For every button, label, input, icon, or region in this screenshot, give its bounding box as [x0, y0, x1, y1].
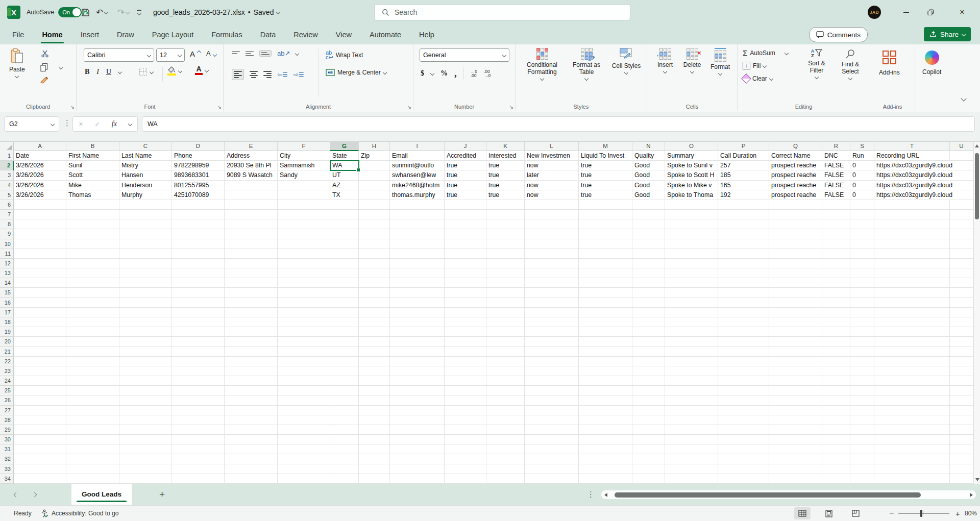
cell-F22[interactable] [278, 357, 330, 366]
cell-N3[interactable]: Good [632, 170, 665, 180]
cell-K31[interactable] [486, 444, 525, 454]
cell-C24[interactable] [119, 376, 172, 386]
cell-S20[interactable] [850, 337, 874, 346]
cell-H14[interactable] [359, 278, 390, 288]
cell-P2[interactable]: 257 [718, 161, 769, 170]
cell-R29[interactable] [822, 425, 850, 435]
cell-I26[interactable] [390, 395, 445, 405]
cell-B21[interactable] [66, 347, 119, 357]
cell-styles-button[interactable]: Cell Styles [609, 48, 643, 74]
cell-Q28[interactable] [769, 415, 822, 425]
cell-H8[interactable] [359, 219, 390, 229]
cell-M26[interactable] [579, 395, 632, 405]
cell-T16[interactable] [874, 298, 950, 308]
cell-A8[interactable] [14, 219, 66, 229]
cell-F17[interactable] [278, 308, 330, 317]
cell-F10[interactable] [278, 239, 330, 249]
cell-K28[interactable] [486, 415, 525, 425]
cell-L33[interactable] [525, 464, 579, 474]
cell-J30[interactable] [445, 435, 486, 444]
next-sheet-button[interactable] [33, 484, 36, 505]
cell-J29[interactable] [445, 425, 486, 435]
cell-G3[interactable]: UT [330, 170, 359, 180]
column-header-J[interactable]: J [445, 142, 486, 151]
cell-J33[interactable] [445, 464, 486, 474]
align-top-button[interactable] [232, 51, 240, 56]
orientation-button[interactable]: ab↗ [277, 49, 290, 57]
minimize-button[interactable] [894, 0, 918, 24]
cell-M34[interactable] [579, 474, 632, 484]
cell-B6[interactable] [66, 200, 119, 210]
increase-indent-button[interactable]: ⇨☰ [293, 71, 304, 78]
cell-R22[interactable] [822, 357, 850, 366]
cell-D3[interactable]: 9893683301 [172, 170, 225, 180]
cell-P6[interactable] [718, 200, 769, 210]
customize-toolbar-button[interactable] [137, 0, 141, 24]
cell-B32[interactable] [66, 454, 119, 464]
cell-J3[interactable]: true [445, 170, 486, 180]
cell-L27[interactable] [525, 406, 579, 415]
font-dialog-launcher[interactable]: ↘ [217, 105, 222, 110]
cell-S34[interactable] [850, 474, 874, 484]
cell-M21[interactable] [579, 347, 632, 357]
page-break-preview-button[interactable] [847, 507, 864, 519]
cell-R25[interactable] [822, 386, 850, 395]
cell-R27[interactable] [822, 406, 850, 415]
cell-E22[interactable] [225, 357, 278, 366]
cell-G29[interactable] [330, 425, 359, 435]
cell-F4[interactable] [278, 181, 330, 190]
cell-N10[interactable] [632, 239, 665, 249]
cell-B8[interactable] [66, 219, 119, 229]
cell-T10[interactable] [874, 239, 950, 249]
cell-L34[interactable] [525, 474, 579, 484]
cell-M30[interactable] [579, 435, 632, 444]
cell-N15[interactable] [632, 288, 665, 297]
cell-H1[interactable]: Zip [359, 151, 390, 161]
cell-D2[interactable]: 9782298959 [172, 161, 225, 170]
cell-R8[interactable] [822, 219, 850, 229]
cell-N13[interactable] [632, 268, 665, 278]
cell-J19[interactable] [445, 327, 486, 337]
cell-S26[interactable] [850, 395, 874, 405]
cell-J10[interactable] [445, 239, 486, 249]
cell-A32[interactable] [14, 454, 66, 464]
cell-U34[interactable] [950, 474, 973, 484]
cell-U12[interactable] [950, 259, 973, 268]
cell-T34[interactable] [874, 474, 950, 484]
name-box[interactable]: G2 [4, 116, 59, 132]
cell-E33[interactable] [225, 464, 278, 474]
cell-P25[interactable] [718, 386, 769, 395]
cell-S3[interactable]: 0 [850, 170, 874, 180]
underline-button[interactable]: U [106, 68, 111, 76]
cell-C7[interactable] [119, 210, 172, 219]
cell-H34[interactable] [359, 474, 390, 484]
cell-S13[interactable] [850, 268, 874, 278]
cell-U2[interactable] [950, 161, 973, 170]
cell-U23[interactable] [950, 366, 973, 376]
cell-U7[interactable] [950, 210, 973, 219]
cell-N32[interactable] [632, 454, 665, 464]
cell-R1[interactable]: DNC [822, 151, 850, 161]
cell-E34[interactable] [225, 474, 278, 484]
cell-S1[interactable]: Run [850, 151, 874, 161]
cell-D13[interactable] [172, 268, 225, 278]
cell-A33[interactable] [14, 464, 66, 474]
cell-I32[interactable] [390, 454, 445, 464]
cell-J21[interactable] [445, 347, 486, 357]
column-header-H[interactable]: H [359, 142, 390, 151]
cell-U29[interactable] [950, 425, 973, 435]
cell-P8[interactable] [718, 219, 769, 229]
cell-L3[interactable]: later [525, 170, 579, 180]
restore-button[interactable] [919, 0, 942, 24]
cell-K21[interactable] [486, 347, 525, 357]
cell-L5[interactable]: now [525, 190, 579, 200]
cell-F25[interactable] [278, 386, 330, 395]
comments-button[interactable]: Comments [809, 27, 868, 42]
cell-M19[interactable] [579, 327, 632, 337]
cell-D23[interactable] [172, 366, 225, 376]
cell-S5[interactable]: 0 [850, 190, 874, 200]
cell-L4[interactable]: now [525, 181, 579, 190]
cell-K8[interactable] [486, 219, 525, 229]
cell-U16[interactable] [950, 298, 973, 308]
cell-H30[interactable] [359, 435, 390, 444]
